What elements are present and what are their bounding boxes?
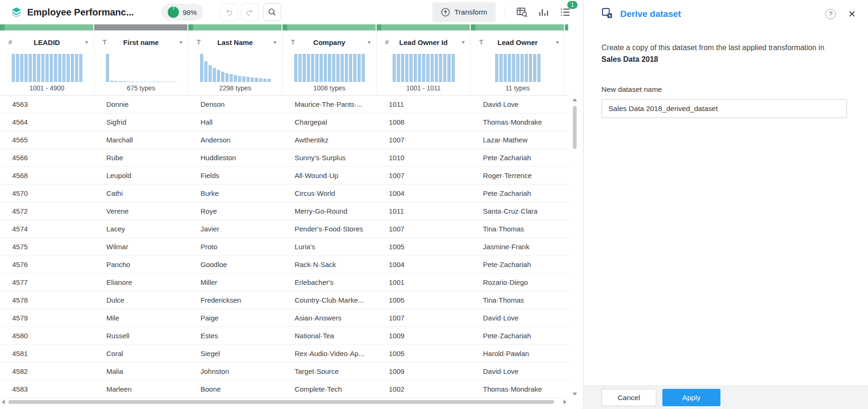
table-row[interactable]: 4563DonnieDensonMaurice·The·Pants·...101… xyxy=(0,96,568,113)
vertical-scrollbar[interactable] xyxy=(571,96,579,398)
column-header[interactable]: TLast Name▾ xyxy=(188,31,282,53)
table-row[interactable]: 4576PanchoGoodloeRack·N·Sack1004Pete·Zac… xyxy=(0,256,568,274)
column-histogram[interactable]: 1001 - 4900 xyxy=(0,53,94,95)
column-quality-bar[interactable] xyxy=(471,24,565,30)
table-row[interactable]: 4566RubeHuddlestonSunny's·Surplus1010Pet… xyxy=(0,149,568,167)
table-cell: Harold·Pawlan xyxy=(471,350,565,357)
histogram-bar xyxy=(533,54,536,82)
histogram-bar xyxy=(58,54,61,82)
chevron-down-icon[interactable]: ▾ xyxy=(85,39,88,45)
column-histogram[interactable]: 11 types xyxy=(471,53,565,95)
column-name: Company xyxy=(313,38,345,46)
column-quality-bar[interactable] xyxy=(377,24,471,30)
column-name: First name xyxy=(123,38,159,46)
search-button[interactable] xyxy=(263,3,281,21)
histogram-bar xyxy=(106,54,109,82)
column-histogram[interactable] xyxy=(565,53,568,95)
dataset-name-input[interactable] xyxy=(601,99,847,118)
close-icon[interactable]: ✕ xyxy=(848,9,856,19)
table-search-icon[interactable] xyxy=(515,5,529,19)
column-header[interactable]: #LEADID▾ xyxy=(0,31,94,53)
scroll-up-icon[interactable] xyxy=(571,97,579,103)
column-quality-bar[interactable] xyxy=(94,24,188,30)
chevron-down-icon[interactable]: ▾ xyxy=(179,39,182,45)
chevron-down-icon[interactable]: ▾ xyxy=(274,39,276,45)
table-row[interactable]: 4574LaceyJavierPender's·Food·Stores1007T… xyxy=(0,220,568,238)
table-cell: 1005 xyxy=(377,296,471,304)
table-cell: Marleen xyxy=(94,385,188,393)
histogram-bar xyxy=(259,78,262,82)
column-header[interactable] xyxy=(565,31,568,53)
table-row[interactable]: 4582MaliaJohnstonTarget·Source1009David·… xyxy=(0,363,568,380)
chevron-down-icon[interactable]: ▾ xyxy=(556,39,559,45)
column-quality-bar[interactable] xyxy=(282,24,377,30)
dataset-name-label: New dataset name xyxy=(601,85,849,94)
histogram-bar xyxy=(123,81,126,82)
table-row[interactable]: 4575WilmarProtoLuria's1005Jasmine·Frank xyxy=(0,238,568,256)
table-row[interactable]: 4570CathiBurkeCircus·World1004Pete·Zacha… xyxy=(0,185,568,202)
table-row[interactable]: 4577ElianoreMillerErlebacher's1001Rozari… xyxy=(0,274,568,291)
undo-button[interactable] xyxy=(220,3,238,21)
table-cell: David·Love xyxy=(471,367,565,375)
column-quality-bar[interactable] xyxy=(565,24,568,30)
table-cell: Proto xyxy=(188,243,282,251)
scroll-left-icon[interactable] xyxy=(0,398,7,406)
table-cell: 4565 xyxy=(0,136,94,144)
horizontal-scrollbar[interactable] xyxy=(0,398,568,406)
column-quality-bar[interactable] xyxy=(188,24,282,30)
column-header[interactable]: TCompany▾ xyxy=(282,31,377,53)
table-cell: Circus·World xyxy=(282,189,377,197)
grid-body: 4563DonnieDensonMaurice·The·Pants·...101… xyxy=(0,96,568,398)
histogram-bar xyxy=(29,54,32,82)
table-cell: 1007 xyxy=(377,171,471,179)
histogram-bar xyxy=(33,54,36,82)
table-row[interactable]: 4580RussellEstesNational·Tea1009Pete·Zac… xyxy=(0,327,568,345)
histogram-bar xyxy=(349,54,352,82)
table-row[interactable]: 4583MarleenBooneComplete·Tech1002Thomas·… xyxy=(0,380,568,398)
data-quality-pill[interactable]: 98% xyxy=(161,4,203,21)
column-histogram[interactable]: 1008 types xyxy=(282,53,377,95)
quality-percent: 98% xyxy=(183,8,197,16)
applied-steps-icon[interactable]: 1 xyxy=(558,5,572,19)
column-summary: 1001 - 4900 xyxy=(30,84,65,92)
column-stats-icon[interactable] xyxy=(536,5,550,19)
column-histogram[interactable]: 675 types xyxy=(94,53,188,95)
horizontal-scroll-thumb[interactable] xyxy=(8,400,554,404)
column-header[interactable]: TFirst name▾ xyxy=(94,31,188,53)
quality-segment xyxy=(188,24,193,30)
cancel-button[interactable]: Cancel xyxy=(601,389,656,406)
histogram-bar xyxy=(267,79,271,82)
scroll-down-icon[interactable] xyxy=(571,391,579,397)
redo-button[interactable] xyxy=(241,3,259,21)
apply-button[interactable]: Apply xyxy=(662,389,720,406)
transform-button[interactable]: Transform xyxy=(432,2,496,22)
table-row[interactable]: 4581CoralSiegelRex·Audio·Video·Ap...1005… xyxy=(0,345,568,363)
scroll-right-icon[interactable] xyxy=(562,398,568,406)
chevron-down-icon[interactable]: ▾ xyxy=(462,39,465,45)
column-header[interactable]: TLead Owner▾ xyxy=(471,31,565,53)
histogram-bar xyxy=(75,54,78,82)
column-histogram[interactable]: 1001 - 1011 xyxy=(377,53,471,95)
table-cell: Pender's·Food·Stores xyxy=(282,225,377,233)
histogram-bar xyxy=(426,54,430,82)
table-cell: David·Love xyxy=(471,100,565,108)
table-row[interactable]: 4572VereneRoyeMerry-Go-Round1011Santa·Cr… xyxy=(0,202,568,220)
chevron-down-icon[interactable]: ▾ xyxy=(368,39,371,45)
table-cell: 4570 xyxy=(0,189,94,197)
panel-footer: Cancel Apply xyxy=(584,386,868,409)
table-row[interactable]: 4565MarchallAndersonAwthentikz1007Lazar·… xyxy=(0,131,568,149)
column-type-icon: T xyxy=(291,38,295,46)
table-row[interactable]: 4578DulceFredericksenCountry·Club·Marke.… xyxy=(0,291,568,309)
table-cell: Pete·Zachariah xyxy=(471,332,565,340)
vertical-scroll-thumb[interactable] xyxy=(573,106,577,149)
table-row[interactable]: 4564SigfridHallChargepal1008Thomas·Mondr… xyxy=(0,113,568,131)
table-row[interactable]: 4579MilePaigeAsian·Answers1007David·Love xyxy=(0,309,568,327)
table-row[interactable]: 4568LeupoldFieldsAll·Wound·Up1007Roger·T… xyxy=(0,167,568,185)
help-icon[interactable]: ? xyxy=(825,9,836,19)
column-histogram[interactable]: 2298 types xyxy=(188,53,282,95)
column-quality-bar[interactable] xyxy=(0,24,94,30)
column-header[interactable]: #Lead Owner Id▾ xyxy=(377,31,471,53)
dataset-title: Employee Performanc... xyxy=(27,7,143,18)
table-cell: Fields xyxy=(188,171,282,179)
table-cell: Cathi xyxy=(94,189,188,197)
